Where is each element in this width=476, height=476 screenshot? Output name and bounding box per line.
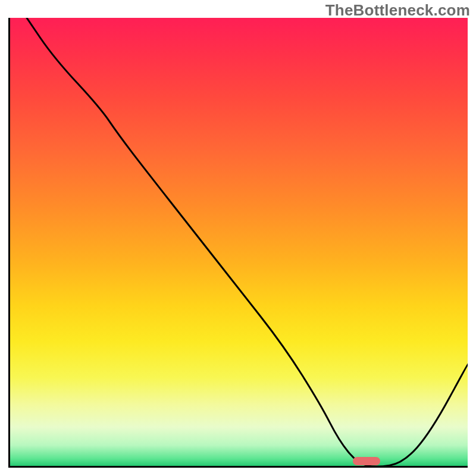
bottleneck-curve: [8, 18, 468, 468]
plot-area: [8, 18, 468, 468]
chart-container: TheBottleneck.com: [0, 0, 476, 476]
optimal-marker: [353, 457, 380, 465]
watermark-text: TheBottleneck.com: [325, 1, 470, 20]
